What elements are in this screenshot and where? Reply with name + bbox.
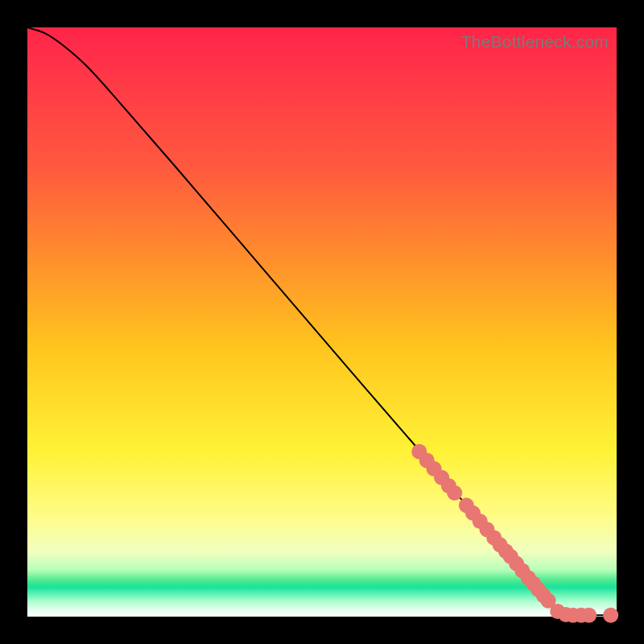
plot-area: TheBottleneck.com <box>27 27 617 617</box>
scatter-point <box>447 485 462 501</box>
scatter-point <box>581 608 597 623</box>
chart-frame: TheBottleneck.com <box>0 0 644 644</box>
scatter-markers <box>411 444 618 623</box>
chart-overlay <box>27 27 617 617</box>
curve-line <box>27 27 617 615</box>
scatter-point <box>603 608 618 623</box>
